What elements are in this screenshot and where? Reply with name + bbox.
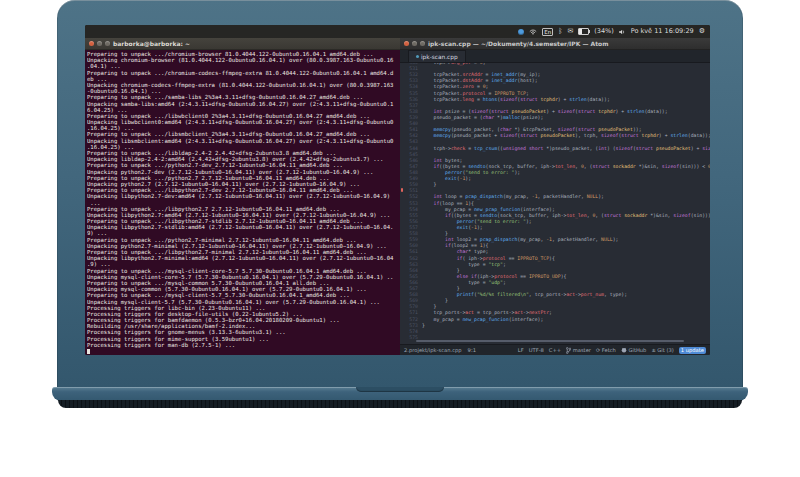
minimize-button[interactable]: [412, 41, 417, 46]
close-button[interactable]: [404, 41, 409, 46]
tab-label: ipk-scan.cpp: [421, 54, 458, 60]
wifi-icon[interactable]: [529, 29, 537, 35]
diff-icon: ±: [651, 347, 655, 353]
atom-title: ipk-scan.cpp — ~/Dokumenty/4.semester/IP…: [428, 40, 608, 47]
tab-ipk-scan[interactable]: ipk-scan.cpp: [408, 50, 466, 62]
terminal-window: barborka@barborka: ~ Preparing to unpack…: [85, 38, 400, 355]
laptop-screen: En ᛒ ✉ (34%) Po kvě 11 16:09:29 ⚙ barbor…: [85, 25, 710, 355]
terminal-titlebar[interactable]: barborka@barborka: ~: [85, 38, 400, 50]
close-button[interactable]: [89, 41, 94, 46]
branch-icon: [566, 347, 571, 354]
battery-icon[interactable]: [578, 28, 589, 35]
terminal-line: Unpacking libsmbclient:amd64 (2:4.3.11+d…: [87, 138, 400, 144]
terminal-prompt-line: [87, 348, 400, 354]
laptop-base-notch: [356, 387, 444, 392]
laptop-mockup: En ᛒ ✉ (34%) Po kvě 11 16:09:29 ⚙ barbor…: [0, 0, 800, 477]
sync-icon: ⟳: [596, 347, 600, 353]
status-fetch[interactable]: ⟳ Fetch: [596, 347, 616, 353]
maximize-button[interactable]: [420, 41, 425, 46]
terminal-line: Preparing to unpack .../chromium-codecs-…: [87, 70, 400, 76]
atom-titlebar[interactable]: ipk-scan.cpp — ~/Dokumenty/4.semester/IP…: [400, 38, 710, 50]
tab-bar: ipk-scan.cpp: [400, 50, 710, 63]
status-encoding[interactable]: UTF-8: [529, 347, 544, 353]
terminal-title: barborka@barborka: ~: [113, 40, 190, 47]
terminal-line: Unpacking libpython2.7-minimal:amd64 (2.…: [87, 255, 400, 261]
terminal-line: Unpacking libpython2.7-stdlib:amd64 (2.7…: [87, 224, 400, 230]
update-badge[interactable]: 1 update: [679, 347, 706, 354]
terminal-cursor: [87, 349, 90, 354]
volume-icon[interactable]: [619, 29, 626, 35]
bluetooth-icon[interactable]: ᛒ: [558, 25, 562, 38]
terminal-line: Unpacking chromium-browser (81.0.4044.12…: [87, 57, 400, 63]
code-lines: 530 tcph->urg_ptr = 0;531532 tcpPacket.s…: [400, 63, 710, 341]
atom-window: ipk-scan.cpp — ~/Dokumenty/4.semester/IP…: [400, 38, 710, 355]
status-bar: 2.projekt/ipk-scan.cpp 9:1 LF UTF-8 C++: [400, 344, 710, 355]
terminal-line: Unpacking libpython2.7-dev:amd64 (2.7.12…: [87, 193, 400, 199]
terminal-output[interactable]: Preparing to unpack .../chromium-browser…: [85, 50, 400, 355]
code-editor[interactable]: 530 tcph->urg_ptr = 0;531532 tcpPacket.s…: [400, 63, 710, 344]
status-git-branch[interactable]: master: [566, 347, 591, 354]
status-github[interactable]: GitHub: [621, 347, 646, 353]
status-language[interactable]: C++: [549, 347, 561, 353]
session-gear-icon[interactable]: ⚙: [699, 25, 705, 38]
horizontal-scrollbar[interactable]: [416, 340, 684, 342]
keyboard-layout-indicator[interactable]: En: [542, 28, 553, 36]
cpp-file-icon: [416, 55, 419, 58]
minimize-button[interactable]: [97, 41, 102, 46]
terminal-line: Unpacking mysql-client-5.7 (5.7.30-0ubun…: [87, 299, 400, 305]
github-octocat-icon: [621, 347, 627, 353]
status-file-path[interactable]: 2.projekt/ipk-scan.cpp: [404, 347, 462, 353]
battery-percent: (34%): [594, 25, 614, 38]
mail-icon[interactable]: ✉: [567, 25, 573, 38]
maximize-button[interactable]: [105, 41, 110, 46]
terminal-line: Preparing to unpack .../python2.7-minima…: [87, 237, 400, 243]
git-diff-marker: [401, 188, 403, 192]
status-line-ending[interactable]: LF: [518, 347, 524, 353]
status-cursor-position[interactable]: 9:1: [468, 347, 476, 353]
laptop-bottom-edge: [58, 400, 742, 408]
panel-clock[interactable]: Po kvě 11 16:09:29: [631, 25, 694, 38]
terminal-line: Unpacking samba-libs:amd64 (2:4.3.11+dfs…: [87, 101, 400, 107]
terminal-line: Unpacking python2.7-dev (2.7.12-1ubuntu0…: [87, 169, 400, 175]
ubuntu-top-panel: En ᛒ ✉ (34%) Po kvě 11 16:09:29 ⚙: [85, 25, 710, 38]
status-git-changes[interactable]: ± Git (3): [651, 347, 673, 353]
terminal-line: Preparing to unpack .../mysql-client-cor…: [87, 268, 400, 274]
terminal-line: Preparing to unpack .../libsmbclient_2%3…: [87, 131, 400, 137]
terminal-line: Preparing to unpack .../samba-libs_2%3a4…: [87, 94, 400, 100]
app-indicator-icon[interactable]: [518, 29, 524, 35]
